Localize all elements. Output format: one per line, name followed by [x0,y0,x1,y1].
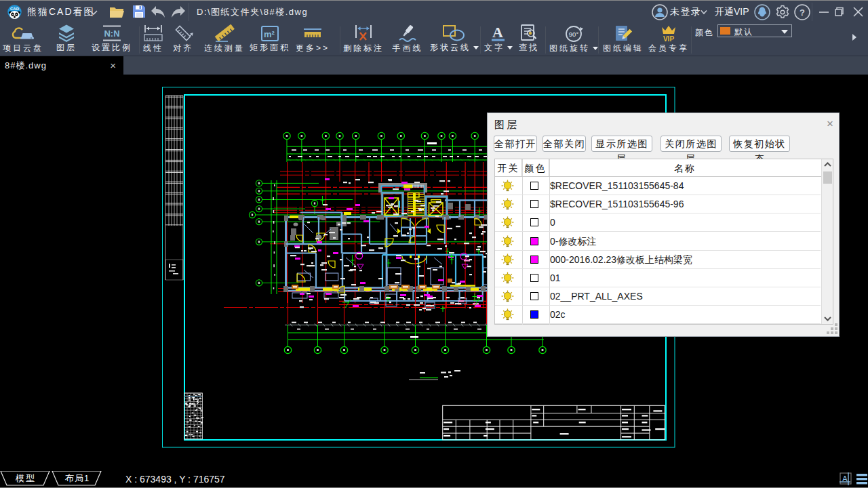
svg-text:A: A [842,474,848,483]
svg-text:90°: 90° [569,30,579,38]
svg-text:N:N: N:N [104,28,119,39]
svg-text:模型: 模型 [15,473,36,483]
svg-text:VIP: VIP [663,35,674,43]
svg-text:布局1: 布局1 [64,473,90,483]
svg-text:?: ? [800,7,805,18]
svg-text:m²: m² [264,29,275,39]
svg-text:A: A [492,24,503,41]
svg-text:CAD: CAD [10,7,20,11]
